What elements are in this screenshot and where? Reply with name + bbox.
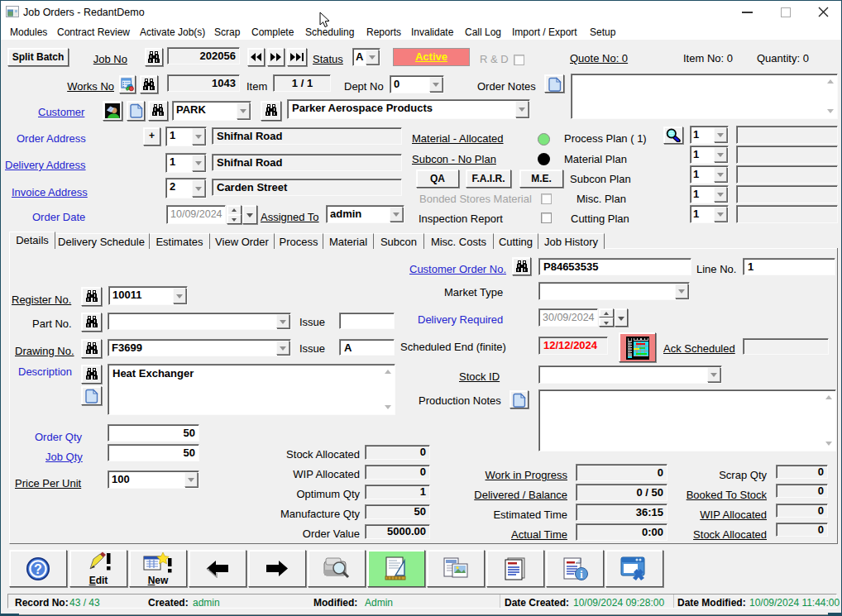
svg-text:?: ? xyxy=(34,562,42,576)
